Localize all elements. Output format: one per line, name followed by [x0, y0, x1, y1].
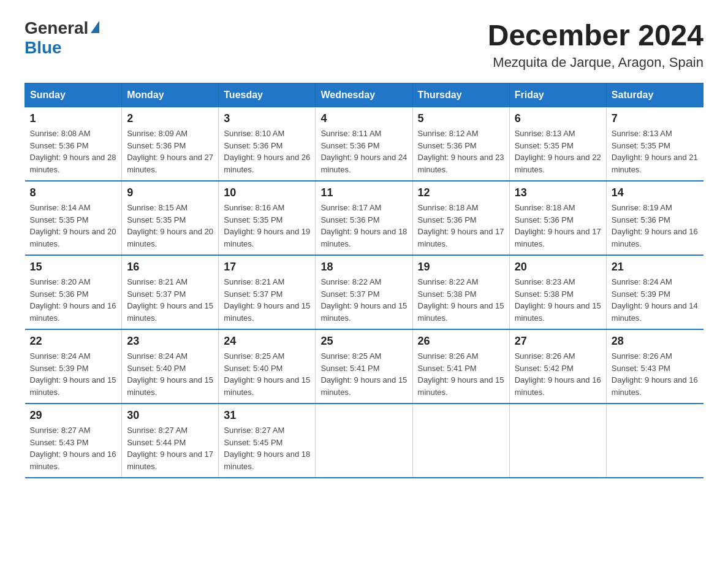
- day-number: 13: [515, 186, 601, 199]
- calendar-cell: 15 Sunrise: 8:20 AM Sunset: 5:36 PM Dayl…: [25, 255, 122, 329]
- calendar-title: December 2024: [488, 18, 703, 52]
- day-info: Sunrise: 8:26 AM Sunset: 5:42 PM Dayligh…: [515, 350, 601, 398]
- day-info: Sunrise: 8:11 AM Sunset: 5:36 PM Dayligh…: [320, 128, 407, 175]
- day-number: 24: [224, 335, 310, 348]
- day-number: 20: [515, 261, 601, 274]
- day-info: Sunrise: 8:14 AM Sunset: 5:35 PM Dayligh…: [30, 202, 117, 250]
- calendar-cell: 14 Sunrise: 8:19 AM Sunset: 5:36 PM Dayl…: [606, 181, 703, 255]
- day-info: Sunrise: 8:26 AM Sunset: 5:41 PM Dayligh…: [418, 350, 504, 398]
- calendar-cell: 8 Sunrise: 8:14 AM Sunset: 5:35 PM Dayli…: [25, 181, 122, 255]
- day-info: Sunrise: 8:25 AM Sunset: 5:40 PM Dayligh…: [224, 350, 310, 398]
- day-number: 21: [612, 261, 699, 274]
- day-number: 6: [515, 112, 601, 125]
- day-info: Sunrise: 8:19 AM Sunset: 5:36 PM Dayligh…: [612, 202, 699, 250]
- day-info: Sunrise: 8:13 AM Sunset: 5:35 PM Dayligh…: [515, 128, 601, 175]
- day-number: 23: [127, 335, 213, 348]
- calendar-cell: 4 Sunrise: 8:11 AM Sunset: 5:36 PM Dayli…: [316, 107, 412, 182]
- calendar-cell: 23 Sunrise: 8:24 AM Sunset: 5:40 PM Dayl…: [122, 329, 219, 404]
- header-monday: Monday: [122, 83, 219, 107]
- calendar-cell: 26 Sunrise: 8:26 AM Sunset: 5:41 PM Dayl…: [412, 329, 509, 404]
- logo-blue: Blue: [25, 38, 62, 58]
- day-info: Sunrise: 8:27 AM Sunset: 5:44 PM Dayligh…: [127, 424, 213, 472]
- calendar-cell: 21 Sunrise: 8:24 AM Sunset: 5:39 PM Dayl…: [606, 255, 703, 329]
- calendar-cell: 22 Sunrise: 8:24 AM Sunset: 5:39 PM Dayl…: [25, 329, 122, 404]
- header-thursday: Thursday: [412, 83, 509, 107]
- calendar-cell: 2 Sunrise: 8:09 AM Sunset: 5:36 PM Dayli…: [122, 107, 219, 182]
- calendar-cell: 12 Sunrise: 8:18 AM Sunset: 5:36 PM Dayl…: [412, 181, 509, 255]
- day-number: 9: [127, 186, 213, 199]
- day-number: 16: [127, 261, 213, 274]
- calendar-cell: 16 Sunrise: 8:21 AM Sunset: 5:37 PM Dayl…: [122, 255, 219, 329]
- day-number: 5: [418, 112, 504, 125]
- calendar-cell: 5 Sunrise: 8:12 AM Sunset: 5:36 PM Dayli…: [412, 107, 509, 182]
- calendar-cell: [412, 404, 509, 478]
- calendar-table: SundayMondayTuesdayWednesdayThursdayFrid…: [25, 83, 703, 478]
- day-number: 15: [30, 261, 117, 274]
- day-info: Sunrise: 8:12 AM Sunset: 5:36 PM Dayligh…: [418, 128, 504, 175]
- day-number: 19: [418, 261, 504, 274]
- day-number: 7: [612, 112, 699, 125]
- day-info: Sunrise: 8:24 AM Sunset: 5:39 PM Dayligh…: [612, 276, 699, 324]
- calendar-cell: 28 Sunrise: 8:26 AM Sunset: 5:43 PM Dayl…: [606, 329, 703, 404]
- header-saturday: Saturday: [606, 83, 703, 107]
- day-number: 12: [418, 186, 504, 199]
- day-number: 1: [30, 112, 117, 125]
- calendar-cell: 6 Sunrise: 8:13 AM Sunset: 5:35 PM Dayli…: [509, 107, 606, 182]
- day-info: Sunrise: 8:21 AM Sunset: 5:37 PM Dayligh…: [127, 276, 213, 324]
- calendar-cell: 31 Sunrise: 8:27 AM Sunset: 5:45 PM Dayl…: [219, 404, 316, 478]
- logo-general: General: [25, 18, 88, 38]
- logo: General Blue: [25, 18, 99, 58]
- day-info: Sunrise: 8:26 AM Sunset: 5:43 PM Dayligh…: [612, 350, 699, 398]
- day-number: 22: [30, 335, 117, 348]
- day-info: Sunrise: 8:16 AM Sunset: 5:35 PM Dayligh…: [224, 202, 310, 250]
- day-info: Sunrise: 8:27 AM Sunset: 5:45 PM Dayligh…: [224, 424, 310, 472]
- calendar-cell: [606, 404, 703, 478]
- day-info: Sunrise: 8:22 AM Sunset: 5:38 PM Dayligh…: [418, 276, 504, 324]
- day-number: 18: [320, 261, 407, 274]
- logo-triangle-icon: [91, 21, 99, 33]
- day-number: 8: [30, 186, 117, 199]
- day-number: 14: [612, 186, 699, 199]
- day-info: Sunrise: 8:18 AM Sunset: 5:36 PM Dayligh…: [418, 202, 504, 250]
- day-number: 10: [224, 186, 310, 199]
- calendar-cell: 1 Sunrise: 8:08 AM Sunset: 5:36 PM Dayli…: [25, 107, 122, 182]
- day-info: Sunrise: 8:17 AM Sunset: 5:36 PM Dayligh…: [320, 202, 407, 250]
- day-number: 17: [224, 261, 310, 274]
- day-number: 31: [224, 409, 310, 422]
- week-row-2: 8 Sunrise: 8:14 AM Sunset: 5:35 PM Dayli…: [25, 181, 703, 255]
- day-number: 4: [320, 112, 407, 125]
- day-number: 2: [127, 112, 213, 125]
- calendar-cell: 17 Sunrise: 8:21 AM Sunset: 5:37 PM Dayl…: [219, 255, 316, 329]
- calendar-cell: 29 Sunrise: 8:27 AM Sunset: 5:43 PM Dayl…: [25, 404, 122, 478]
- calendar-cell: 11 Sunrise: 8:17 AM Sunset: 5:36 PM Dayl…: [316, 181, 412, 255]
- day-info: Sunrise: 8:18 AM Sunset: 5:36 PM Dayligh…: [515, 202, 601, 250]
- calendar-cell: 19 Sunrise: 8:22 AM Sunset: 5:38 PM Dayl…: [412, 255, 509, 329]
- day-info: Sunrise: 8:25 AM Sunset: 5:41 PM Dayligh…: [320, 350, 407, 398]
- day-number: 26: [418, 335, 504, 348]
- page-header: General Blue December 2024 Mezquita de J…: [25, 18, 703, 71]
- calendar-cell: 7 Sunrise: 8:13 AM Sunset: 5:35 PM Dayli…: [606, 107, 703, 182]
- day-info: Sunrise: 8:22 AM Sunset: 5:37 PM Dayligh…: [320, 276, 407, 324]
- day-info: Sunrise: 8:10 AM Sunset: 5:36 PM Dayligh…: [224, 128, 310, 175]
- header-wednesday: Wednesday: [316, 83, 412, 107]
- day-number: 27: [515, 335, 601, 348]
- day-info: Sunrise: 8:27 AM Sunset: 5:43 PM Dayligh…: [30, 424, 117, 472]
- day-info: Sunrise: 8:21 AM Sunset: 5:37 PM Dayligh…: [224, 276, 310, 324]
- day-number: 25: [320, 335, 407, 348]
- day-number: 3: [224, 112, 310, 125]
- day-info: Sunrise: 8:20 AM Sunset: 5:36 PM Dayligh…: [30, 276, 117, 324]
- day-number: 28: [612, 335, 699, 348]
- day-number: 30: [127, 409, 213, 422]
- calendar-cell: 24 Sunrise: 8:25 AM Sunset: 5:40 PM Dayl…: [219, 329, 316, 404]
- day-number: 11: [320, 186, 407, 199]
- calendar-cell: [509, 404, 606, 478]
- day-info: Sunrise: 8:24 AM Sunset: 5:39 PM Dayligh…: [30, 350, 117, 398]
- header-tuesday: Tuesday: [219, 83, 316, 107]
- day-info: Sunrise: 8:08 AM Sunset: 5:36 PM Dayligh…: [30, 128, 117, 175]
- calendar-cell: 27 Sunrise: 8:26 AM Sunset: 5:42 PM Dayl…: [509, 329, 606, 404]
- calendar-cell: [316, 404, 412, 478]
- header-sunday: Sunday: [25, 83, 122, 107]
- day-info: Sunrise: 8:24 AM Sunset: 5:40 PM Dayligh…: [127, 350, 213, 398]
- day-number: 29: [30, 409, 117, 422]
- calendar-header-row: SundayMondayTuesdayWednesdayThursdayFrid…: [25, 83, 703, 107]
